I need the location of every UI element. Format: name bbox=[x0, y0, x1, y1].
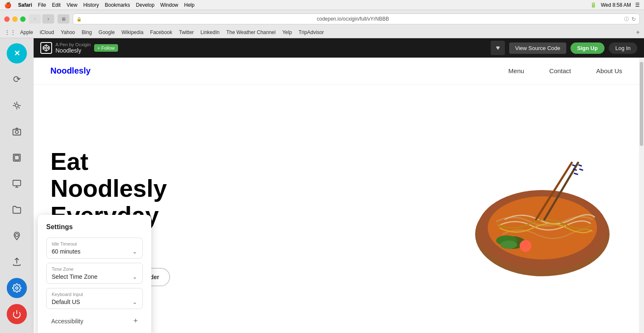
svg-line-31 bbox=[578, 165, 582, 166]
layers-button[interactable] bbox=[7, 148, 27, 168]
accessibility-label: Accessibility bbox=[51, 318, 83, 325]
heart-icon: ♥ bbox=[496, 44, 500, 52]
close-sidebar-button[interactable]: ✕ bbox=[7, 43, 27, 63]
svg-point-13 bbox=[16, 287, 18, 289]
bug-button[interactable] bbox=[7, 95, 27, 116]
bookmark-yelp[interactable]: Yelp bbox=[282, 29, 292, 35]
camera-button[interactable] bbox=[7, 122, 27, 142]
codepen-logo-icon bbox=[40, 42, 52, 54]
monitor-button[interactable] bbox=[7, 174, 27, 194]
svg-point-12 bbox=[15, 234, 18, 237]
idle-timeout-chevron: ⌄ bbox=[132, 248, 137, 255]
address-bar[interactable]: 🔒 codepen.io/ocxigin/full/vYrNBBB ⓘ ↻ bbox=[73, 13, 640, 24]
svg-rect-9 bbox=[13, 180, 21, 186]
menu-items: Safari File Edit View History Bookmarks … bbox=[18, 2, 195, 8]
scrollbar[interactable] bbox=[639, 58, 644, 333]
svg-line-30 bbox=[574, 173, 578, 174]
svg-point-0 bbox=[15, 104, 18, 107]
share-button[interactable] bbox=[7, 252, 27, 272]
time-zone-label: Time Zone bbox=[52, 267, 137, 272]
menu-view[interactable]: View bbox=[66, 2, 77, 8]
site-nav-links: Menu Contact About Us bbox=[508, 67, 622, 74]
menu-icon[interactable]: ☰ bbox=[635, 2, 640, 8]
keyboard-input-select[interactable]: Default US ⌄ bbox=[52, 299, 137, 305]
sync-button[interactable]: ⟳ bbox=[7, 69, 27, 90]
idle-timeout-field[interactable]: Idle Timeout 60 minutes ⌄ bbox=[46, 238, 143, 259]
back-button[interactable]: ‹ bbox=[29, 14, 41, 24]
svg-line-28 bbox=[572, 165, 576, 166]
bookmark-tripadvisor[interactable]: TripAdvisor bbox=[299, 29, 324, 35]
time-zone-select[interactable]: Select Time Zone ⌄ bbox=[52, 273, 137, 280]
bookmark-yahoo[interactable]: Yahoo bbox=[61, 29, 75, 35]
login-button[interactable]: Log In bbox=[609, 42, 637, 54]
time-zone-value: Select Time Zone bbox=[52, 273, 97, 280]
heart-button[interactable]: ♥ bbox=[491, 41, 505, 55]
menu-window[interactable]: Window bbox=[160, 2, 179, 8]
accessibility-expand-button[interactable]: + bbox=[133, 317, 138, 325]
bookmark-linkedin[interactable]: LinkedIn bbox=[200, 29, 219, 35]
minimize-window-button[interactable] bbox=[12, 16, 18, 22]
forward-button[interactable]: › bbox=[42, 14, 54, 24]
bookmark-twitter[interactable]: Twitter bbox=[179, 29, 194, 35]
idle-timeout-value: 60 minutes bbox=[52, 248, 80, 255]
folder-button[interactable] bbox=[7, 200, 27, 220]
bookmark-bing[interactable]: Bing bbox=[82, 29, 92, 35]
idle-timeout-select[interactable]: 60 minutes ⌄ bbox=[52, 248, 137, 255]
codepen-header: A Pen by Ocxigin Noodlesly + Follow ♥ Vi… bbox=[34, 38, 644, 58]
refresh-button[interactable]: ↻ bbox=[631, 16, 636, 22]
traffic-lights bbox=[4, 16, 26, 22]
apple-icon[interactable]: 🍎 bbox=[4, 2, 11, 8]
location-icon bbox=[12, 231, 21, 240]
browser-chrome: ‹ › ⊞ 🔒 codepen.io/ocxigin/full/vYrNBBB … bbox=[0, 10, 644, 27]
keyboard-input-field[interactable]: Keyboard Input Default US ⌄ bbox=[46, 288, 143, 309]
tab-expand-button[interactable]: ⊞ bbox=[58, 14, 69, 24]
time-zone-field[interactable]: Time Zone Select Time Zone ⌄ bbox=[46, 263, 143, 284]
svg-point-23 bbox=[500, 240, 517, 249]
bookmark-google[interactable]: Google bbox=[99, 29, 115, 35]
menu-develop[interactable]: Develop bbox=[136, 2, 155, 8]
idle-timeout-label: Idle Timeout bbox=[52, 241, 137, 246]
codepen-logo: A Pen by Ocxigin Noodlesly + Follow bbox=[40, 42, 118, 54]
bug-icon bbox=[12, 101, 21, 110]
pen-name: Noodlesly bbox=[55, 47, 91, 54]
view-source-button[interactable]: View Source Code bbox=[509, 42, 566, 54]
url-text: codepen.io/ocxigin/full/vYrNBBB bbox=[84, 16, 622, 22]
maximize-window-button[interactable] bbox=[20, 16, 26, 22]
menu-help[interactable]: Help bbox=[184, 2, 195, 8]
camera-icon bbox=[12, 127, 21, 136]
site-logo: Noodlesly bbox=[50, 66, 508, 76]
nav-buttons: ‹ › bbox=[29, 14, 54, 24]
location-button[interactable] bbox=[7, 226, 27, 246]
menu-safari[interactable]: Safari bbox=[18, 2, 32, 8]
svg-point-24 bbox=[520, 240, 531, 252]
power-button[interactable] bbox=[7, 304, 27, 324]
menu-file[interactable]: File bbox=[38, 2, 46, 8]
bookmark-weather-channel[interactable]: The Weather Channel bbox=[226, 29, 276, 35]
svg-rect-8 bbox=[15, 156, 19, 160]
keyboard-input-label: Keyboard Input bbox=[52, 292, 137, 297]
bookmarks-bar: ⋮⋮ Apple iCloud Yahoo Bing Google Wikipe… bbox=[0, 27, 644, 38]
settings-button[interactable] bbox=[7, 278, 27, 298]
gear-icon bbox=[12, 283, 21, 293]
browser-toolbar: ‹ › ⊞ 🔒 codepen.io/ocxigin/full/vYrNBBB … bbox=[4, 13, 640, 24]
accessibility-row[interactable]: Accessibility + bbox=[46, 313, 143, 329]
menu-bookmarks[interactable]: Bookmarks bbox=[105, 2, 130, 8]
follow-button[interactable]: + Follow bbox=[94, 44, 118, 52]
bookmarks-list: Apple iCloud Yahoo Bing Google Wikipedia… bbox=[20, 29, 636, 35]
nav-about[interactable]: About Us bbox=[596, 67, 622, 74]
left-sidebar: ✕ ⟳ bbox=[0, 38, 34, 333]
bookmark-wikipedia[interactable]: Wikipedia bbox=[121, 29, 143, 35]
bookmark-facebook[interactable]: Facebook bbox=[150, 29, 172, 35]
bookmarks-grid-icon[interactable]: ⋮⋮ bbox=[4, 29, 16, 36]
bookmark-icloud[interactable]: iCloud bbox=[40, 29, 54, 35]
nav-contact[interactable]: Contact bbox=[549, 67, 571, 74]
signup-button[interactable]: Sign Up bbox=[570, 42, 605, 54]
menu-history[interactable]: History bbox=[83, 2, 99, 8]
menu-edit[interactable]: Edit bbox=[52, 2, 61, 8]
nav-menu[interactable]: Menu bbox=[508, 67, 524, 74]
scrollbar-thumb[interactable] bbox=[640, 62, 643, 146]
bookmark-apple[interactable]: Apple bbox=[20, 29, 33, 35]
close-window-button[interactable] bbox=[4, 16, 10, 22]
add-bookmark-button[interactable]: + bbox=[636, 29, 640, 36]
noodle-bowl-svg bbox=[454, 142, 614, 285]
